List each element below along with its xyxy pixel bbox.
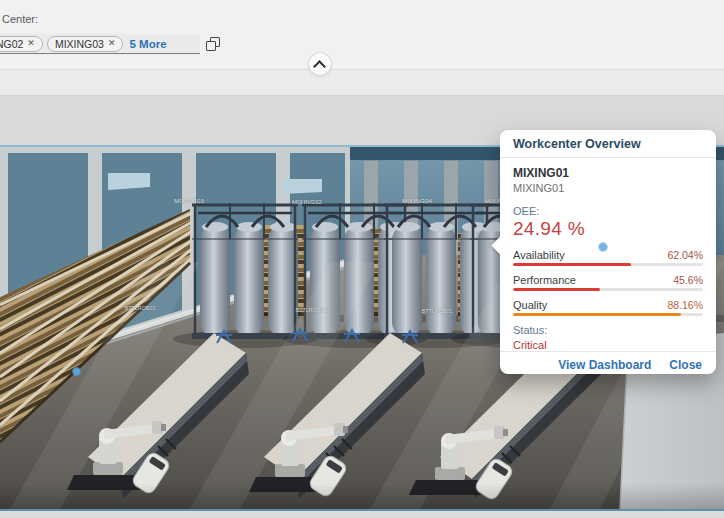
machine-label: BTTLROB03 [124,305,156,311]
clerestory-window [108,173,150,190]
popover-title: Workcenter Overview [500,130,716,158]
station-label: MIXING02 [291,199,324,206]
station-label: MIXING04 [401,198,434,205]
bottom-strip [0,511,724,518]
clerestory-window [282,179,322,194]
status-label: Status: [513,324,703,336]
filter-token[interactable]: ING02✕ [0,36,43,52]
floor-vignette [0,483,724,509]
metric-performance: Performance45.6% [513,274,703,291]
metric-bar-fill [513,313,681,316]
metric-bar-track [513,313,703,316]
machine-label: BTTLROB01 [421,308,453,314]
station-label: MIXING03 [173,198,206,205]
filter-token[interactable]: MIXING03✕ [47,36,124,52]
metric-label: Quality [513,299,547,311]
more-tokens-link[interactable]: 5 More [129,38,166,50]
metric-value: 88.16% [667,299,703,311]
metric-value: 62.04% [667,249,703,261]
metric-label: Availability [513,249,565,261]
poi-dot [598,242,608,252]
oee-value: 24.94 % [513,218,703,240]
collapse-panel-button[interactable] [308,52,332,76]
metric-bar-track [513,263,703,266]
popover-footer: View Dashboard Close [500,351,716,380]
token-remove-icon[interactable]: ✕ [108,39,116,48]
metric-bar-fill [513,288,600,291]
workcenter-filter-label: Center: [2,13,38,25]
toolbar-band [0,70,724,96]
chevron-up-icon [313,60,326,73]
metrics-list: Availability62.04% Performance45.6% Qual… [513,249,703,316]
poi-marker[interactable] [72,367,81,376]
view-dashboard-link[interactable]: View Dashboard [558,358,651,372]
popover-body: MIXING01 MIXING01 OEE: 24.94 % Availabil… [500,158,716,351]
close-link[interactable]: Close [669,358,702,372]
machine-label: BTTLROB02 [295,307,327,313]
metric-quality: Quality88.16% [513,299,703,316]
metric-value: 45.6% [673,274,703,286]
value-help-icon[interactable] [206,37,220,51]
metric-bar-fill [513,263,631,266]
metric-availability: Availability62.04% [513,249,703,266]
oee-label: OEE: [513,205,703,217]
metric-label: Performance [513,274,576,286]
metric-bar-track [513,288,703,291]
workcenter-id: MIXING01 [513,166,703,180]
workcenter-description: MIXING01 [513,182,703,194]
workcenter-filter-input[interactable]: ING02✕ MIXING03✕ 5 More [0,34,200,54]
status-value: Critical [513,339,703,351]
token-remove-icon[interactable]: ✕ [27,39,35,48]
workcenter-overview-popover: Workcenter Overview MIXING01 MIXING01 OE… [500,130,716,374]
